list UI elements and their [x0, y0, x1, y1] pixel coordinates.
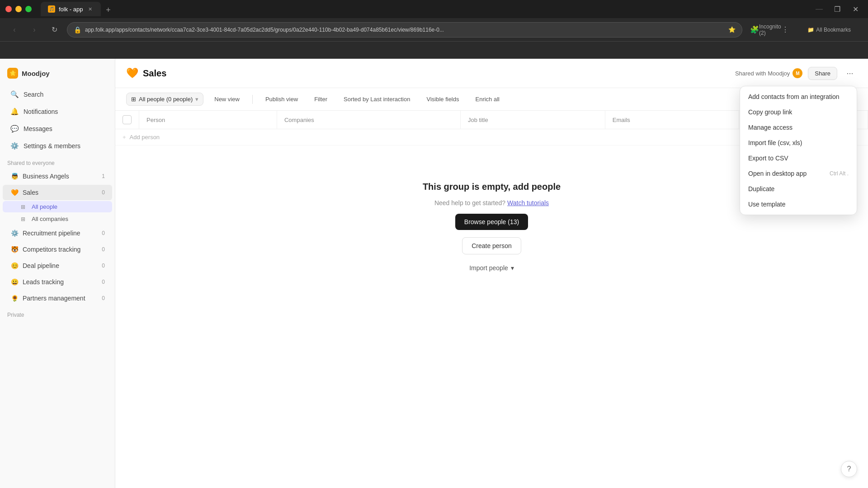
shared-avatar: M — [793, 68, 802, 78]
app-layout: 🌟 Moodjoy 🔍 Search 🔔 Notifications 💬 Mes… — [0, 59, 868, 488]
all-companies-label: All companies — [32, 216, 68, 222]
browser-toolbar: ‹ › ↻ 🔒 app.folk.app/apps/contacts/netwo… — [0, 18, 868, 42]
context-dropdown-menu: Add contacts from an integration Copy gr… — [740, 86, 857, 215]
minimize-btn[interactable]: — — [812, 2, 826, 16]
browser-toolbar-icons: 🧩 Incognito (2) ⋮ — [748, 23, 792, 37]
table-header-companies: Companies — [277, 111, 460, 129]
add-person-label: Add person — [130, 134, 160, 141]
table-header-job-title: Job title — [460, 111, 605, 129]
deal-name: Deal pipeline — [23, 262, 98, 269]
open-desktop-shortcut: Ctrl Alt . — [830, 170, 849, 177]
share-button[interactable]: Share — [808, 67, 837, 80]
sort-btn[interactable]: Sorted by Last interaction — [338, 93, 415, 105]
sidebar-search-label: Search — [24, 91, 43, 98]
shared-section-label: Shared to everyone — [0, 155, 115, 168]
dropdown-item-add-contacts[interactable]: Add contacts from an integration — [743, 89, 854, 104]
deal-count: 0 — [102, 263, 105, 269]
new-view-btn[interactable]: New view — [209, 93, 245, 105]
logo-icon: 🌟 — [7, 68, 18, 79]
active-tab[interactable]: 🎵 folk - app ✕ — [41, 2, 101, 16]
sidebar-group-deal[interactable]: 😊 Deal pipeline 0 — [3, 258, 112, 273]
minimize-window-btn[interactable] — [15, 6, 22, 12]
shared-badge: Shared with Moodjoy M — [735, 68, 802, 78]
view-selector[interactable]: ⊞ All people (0 people) ▾ — [126, 93, 203, 106]
address-bar[interactable]: 🔒 app.folk.app/apps/contacts/network/cca… — [67, 22, 742, 38]
header-actions: Shared with Moodjoy M Share ··· — [735, 66, 857, 80]
back-btn[interactable]: ‹ — [7, 23, 22, 37]
dropdown-item-open-desktop[interactable]: Open in desktop app Ctrl Alt . — [743, 166, 854, 181]
recruitment-count: 0 — [102, 230, 105, 236]
watch-tutorials-link[interactable]: Watch tutorials — [507, 199, 549, 206]
tab-close-btn[interactable]: ✕ — [86, 5, 94, 13]
sidebar-settings-label: Settings & members — [24, 142, 80, 150]
sidebar-item-messages[interactable]: 💬 Messages — [3, 121, 112, 137]
close-window-btn[interactable] — [5, 6, 12, 12]
incognito-btn[interactable]: Incognito (2) — [763, 23, 777, 37]
reload-btn[interactable]: ↻ — [47, 23, 61, 37]
business-angels-name: Business Angels — [23, 173, 98, 180]
browse-people-button[interactable]: Browse people (13) — [455, 214, 528, 230]
maximize-window-btn[interactable] — [25, 6, 32, 12]
more-options-button[interactable]: ··· — [843, 66, 857, 80]
competitors-count: 0 — [102, 246, 105, 253]
recruitment-name: Recruitment pipeline — [23, 230, 98, 237]
help-button[interactable]: ? — [841, 461, 857, 477]
filter-btn[interactable]: Filter — [309, 93, 333, 105]
view-icon: ⊞ — [131, 96, 136, 103]
browser-menu-btn[interactable]: ⋮ — [778, 23, 792, 37]
new-tab-btn[interactable]: + — [102, 4, 114, 16]
close-btn[interactable]: ✕ — [848, 2, 863, 16]
sidebar-group-partners[interactable]: 🌻 Partners management 0 — [3, 291, 112, 306]
enrich-btn[interactable]: Enrich all — [470, 93, 505, 105]
dropdown-item-import-file[interactable]: Import file (csv, xls) — [743, 135, 854, 150]
add-person-icon: + — [123, 134, 126, 141]
bookmarks-folder-btn[interactable]: 📁 All Bookmarks — [805, 26, 854, 34]
all-companies-icon: ⊞ — [21, 216, 28, 222]
search-icon: 🔍 — [10, 90, 19, 99]
sidebar-item-notifications[interactable]: 🔔 Notifications — [3, 103, 112, 120]
sidebar-group-recruitment[interactable]: ⚙️ Recruitment pipeline 0 — [3, 225, 112, 241]
dropdown-item-copy-link[interactable]: Copy group link — [743, 104, 854, 120]
sidebar-group-competitors[interactable]: 🐯 Competitors tracking 0 — [3, 242, 112, 257]
recruitment-emoji: ⚙️ — [10, 229, 19, 238]
competitors-emoji: 🐯 — [10, 245, 19, 254]
page-title: Sales — [143, 68, 166, 79]
view-label: All people (0 people) — [139, 96, 193, 103]
sidebar-sub-all-people[interactable]: ⊞ All people — [3, 201, 112, 212]
publish-view-btn[interactable]: Publish view — [260, 93, 303, 105]
window-controls — [5, 6, 32, 12]
sidebar-item-search[interactable]: 🔍 Search — [3, 86, 112, 103]
tab-favicon: 🎵 — [48, 5, 55, 13]
private-section-label: Private — [0, 306, 115, 320]
sidebar-group-leads[interactable]: 😀 Leads tracking 0 — [3, 274, 112, 290]
table-header-checkbox — [115, 111, 139, 129]
sidebar-group-business-angels[interactable]: 👼 Business Angels 1 — [3, 169, 112, 184]
forward-btn[interactable]: › — [27, 23, 42, 37]
restore-btn[interactable]: ❐ — [830, 2, 844, 16]
logo-text: Moodjoy — [22, 70, 50, 77]
import-people-dropdown[interactable]: Import people ▾ — [463, 262, 520, 274]
create-person-button[interactable]: Create person — [462, 237, 521, 254]
table-header-emails: Emails — [605, 111, 739, 129]
view-dropdown-icon: ▾ — [195, 96, 198, 103]
business-angels-emoji: 👼 — [10, 172, 19, 181]
business-angels-count: 1 — [102, 173, 105, 179]
sidebar-item-settings[interactable]: ⚙️ Settings & members — [3, 138, 112, 154]
leads-emoji: 😀 — [10, 277, 19, 286]
dropdown-item-use-template[interactable]: Use template — [743, 197, 854, 212]
dropdown-item-duplicate[interactable]: Duplicate — [743, 181, 854, 197]
all-people-label: All people — [32, 203, 57, 210]
sales-emoji: 🧡 — [10, 188, 19, 197]
shared-with-label: Shared with Moodjoy — [735, 70, 790, 77]
sidebar-sub-all-companies[interactable]: ⊞ All companies — [3, 213, 112, 225]
dropdown-item-manage-access[interactable]: Manage access — [743, 120, 854, 135]
partners-count: 0 — [102, 295, 105, 301]
partners-emoji: 🌻 — [10, 294, 19, 303]
visible-fields-btn[interactable]: Visible fields — [421, 93, 464, 105]
sidebar-group-sales[interactable]: 🧡 Sales 0 — [3, 185, 112, 200]
select-all-checkbox[interactable] — [123, 115, 132, 124]
sales-name: Sales — [23, 189, 98, 196]
main-header: 🧡 Sales Shared with Moodjoy M Share ··· — [115, 59, 868, 88]
dropdown-item-export-csv[interactable]: Export to CSV — [743, 150, 854, 166]
url-display: app.folk.app/apps/contacts/network/ccaa7… — [85, 27, 725, 33]
